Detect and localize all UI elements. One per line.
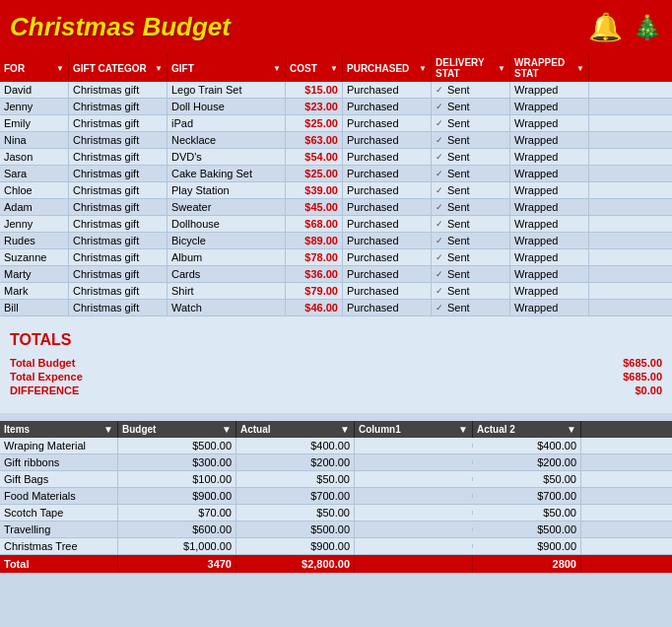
- dropdown-arrow-gift: ▼: [273, 64, 281, 73]
- delivery-checkmark: ✓: [436, 236, 443, 245]
- cell-purchased: Purchased: [343, 233, 432, 248]
- cell-category: Christmas gift: [69, 115, 168, 131]
- col-header-gift[interactable]: GIFT ▼: [168, 54, 286, 82]
- cell-category: Christmas gift: [69, 199, 168, 215]
- col-header-wrapped[interactable]: WRAPPED STAT ▼: [510, 54, 589, 82]
- dropdown-arrow-deliv: ▼: [498, 64, 505, 73]
- col-header-for[interactable]: FOR ▼: [0, 54, 69, 82]
- cell-purchased: Purchased: [343, 283, 432, 299]
- dropdown-arrow-cost: ▼: [330, 64, 338, 73]
- bcell-col1: [355, 544, 473, 548]
- cell-delivery: ✓Sent: [432, 99, 510, 114]
- cell-gift: Cake Baking Set: [168, 166, 286, 181]
- btotal-item: Total: [0, 555, 118, 573]
- bcol-header-actual2[interactable]: Actual 2 ▼: [473, 421, 581, 438]
- cell-purchased: Purchased: [343, 166, 432, 181]
- table-row: Rudes Christmas gift Bicycle $89.00 Purc…: [0, 233, 672, 249]
- cell-cost: $15.00: [286, 82, 343, 98]
- totals-title: TOTALS: [10, 331, 662, 349]
- cell-delivery: ✓Sent: [432, 216, 510, 232]
- delivery-checkmark: ✓: [436, 269, 443, 279]
- table-row: Chloe Christmas gift Play Station $39.00…: [0, 182, 672, 199]
- table-row: Marty Christmas gift Cards $36.00 Purcha…: [0, 266, 672, 283]
- cell-cost: $63.00: [286, 132, 343, 148]
- table-row: Nina Christmas gift Necklace $63.00 Purc…: [0, 132, 672, 149]
- bottom-table-body: Wraping Material $500.00 $400.00 $400.00…: [0, 438, 672, 555]
- delivery-checkmark: ✓: [436, 303, 443, 313]
- bottom-table-header: Items ▼ Budget ▼ Actual ▼ Column1 ▼ Actu…: [0, 421, 672, 438]
- delivery-checkmark: ✓: [436, 219, 443, 229]
- bcell-col1: [355, 494, 473, 498]
- cell-cost: $54.00: [286, 149, 343, 165]
- app-container: Christmas Budget 🔔 🎄 FOR ▼ GIFT CATEGOR …: [0, 0, 672, 573]
- bcol-header-budget[interactable]: Budget ▼: [118, 421, 236, 438]
- cell-wrapped: Wrapped: [510, 82, 589, 98]
- cell-wrapped: Wrapped: [510, 166, 589, 181]
- bcol-header-col1[interactable]: Column1 ▼: [355, 421, 473, 438]
- bdropdown-items: ▼: [103, 424, 113, 435]
- col-header-delivery[interactable]: DELIVERY STAT ▼: [432, 54, 510, 82]
- page-title: Christmas Budget: [10, 12, 231, 42]
- bottom-table-row: Food Materials $900.00 $700.00 $700.00: [0, 488, 672, 505]
- bcol-header-actual[interactable]: Actual ▼: [236, 421, 355, 438]
- cell-wrapped: Wrapped: [510, 149, 589, 165]
- cell-cost: $25.00: [286, 166, 343, 181]
- bcell-budget: $500.00: [118, 438, 236, 453]
- table-row: Jenny Christmas gift Dollhouse $68.00 Pu…: [0, 216, 672, 233]
- bcell-actual: $50.00: [236, 471, 355, 487]
- table-row: Emily Christmas gift iPad $25.00 Purchas…: [0, 115, 672, 132]
- cell-cost: $45.00: [286, 199, 343, 215]
- cell-purchased: Purchased: [343, 149, 432, 165]
- bcell-item: Wraping Material: [0, 438, 118, 453]
- bcell-actual: $50.00: [236, 505, 355, 521]
- cell-delivery: ✓Sent: [432, 266, 510, 282]
- col-header-purchased[interactable]: PURCHASED ▼: [343, 54, 432, 82]
- cell-wrapped: Wrapped: [510, 283, 589, 299]
- cell-for: Emily: [0, 115, 69, 131]
- bcell-budget: $70.00: [118, 505, 236, 521]
- delivery-checkmark: ✓: [436, 118, 443, 128]
- bcell-actual: $900.00: [236, 538, 355, 554]
- cell-cost: $25.00: [286, 115, 343, 131]
- cell-cost: $89.00: [286, 233, 343, 248]
- bcell-col1: [355, 527, 473, 531]
- bcell-item: Gift ribbons: [0, 454, 118, 470]
- delivery-checkmark: ✓: [436, 202, 443, 212]
- delivery-checkmark: ✓: [436, 102, 443, 111]
- cell-category: Christmas gift: [69, 300, 168, 315]
- bottom-table-row: Christmas Tree $1,000.00 $900.00 $900.00: [0, 538, 672, 555]
- bcell-col1: [355, 511, 473, 515]
- cell-category: Christmas gift: [69, 266, 168, 282]
- totals-label: Total Budget: [10, 357, 75, 369]
- table-row: Bill Christmas gift Watch $46.00 Purchas…: [0, 300, 672, 316]
- cell-purchased: Purchased: [343, 99, 432, 114]
- cell-gift: Shirt: [168, 283, 286, 299]
- bcell-actual2: $50.00: [473, 471, 581, 487]
- cell-for: Jason: [0, 149, 69, 165]
- bcol-header-items[interactable]: Items ▼: [0, 421, 118, 438]
- cell-purchased: Purchased: [343, 300, 432, 315]
- delivery-checkmark: ✓: [436, 135, 443, 145]
- col-header-cost[interactable]: COST ▼: [286, 54, 343, 82]
- main-table-header: FOR ▼ GIFT CATEGOR ▼ GIFT ▼ COST ▼ PURCH…: [0, 54, 672, 82]
- cell-cost: $36.00: [286, 266, 343, 282]
- bdropdown-actual2: ▼: [567, 424, 576, 435]
- table-row: Jason Christmas gift DVD's $54.00 Purcha…: [0, 149, 672, 166]
- cell-cost: $46.00: [286, 300, 343, 315]
- totals-value: $685.00: [623, 357, 662, 369]
- delivery-checkmark: ✓: [436, 286, 443, 296]
- delivery-checkmark: ✓: [436, 169, 443, 178]
- table-row: Sara Christmas gift Cake Baking Set $25.…: [0, 166, 672, 182]
- cell-delivery: ✓Sent: [432, 115, 510, 131]
- cell-category: Christmas gift: [69, 233, 168, 248]
- cell-purchased: Purchased: [343, 182, 432, 198]
- cell-purchased: Purchased: [343, 115, 432, 131]
- cell-cost: $23.00: [286, 99, 343, 114]
- bell-icon: 🔔: [588, 11, 623, 43]
- cell-for: Chloe: [0, 182, 69, 198]
- totals-row: DIFFERENCE $0.00: [10, 384, 662, 396]
- col-header-category[interactable]: GIFT CATEGOR ▼: [69, 54, 168, 82]
- cell-wrapped: Wrapped: [510, 300, 589, 315]
- bcell-actual: $200.00: [236, 454, 355, 470]
- bottom-table-row: Gift Bags $100.00 $50.00 $50.00: [0, 471, 672, 488]
